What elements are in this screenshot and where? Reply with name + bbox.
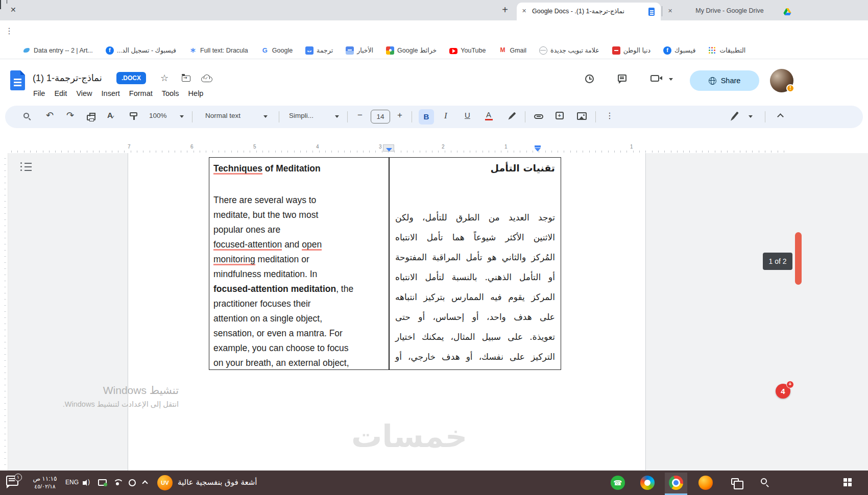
start-button-icon[interactable] [843,478,847,482]
tray-circle-icon[interactable] [129,479,136,486]
pinned-app-icon[interactable] [640,476,655,490]
wifi-icon[interactable] [113,479,123,486]
ruler-tick [746,151,746,153]
tab-close-icon[interactable]: ✕ [668,8,672,14]
underline-button[interactable]: U [465,111,470,119]
google-docs-logo-icon[interactable] [10,70,25,90]
redo-icon[interactable]: ↷ [66,110,74,120]
bookmark-facebook[interactable]: فيسبوك - تسجيل الد... [106,46,176,55]
translation-table[interactable]: Techniques of Meditation There are sever… [209,157,561,370]
weather-uv-label[interactable]: أشعة فوق بنفسجية عالية [178,478,257,487]
cast-screen-icon[interactable] [98,479,107,486]
bookmark-youtube[interactable]: YouTube [449,47,486,54]
menu-file[interactable]: File [29,88,50,99]
chevron-down-icon[interactable] [669,78,673,81]
more-options-icon[interactable]: ⋮ [606,111,614,120]
bookmark-twitter[interactable]: Data entry -- 2 | Art... [22,46,93,55]
hide-menus-icon[interactable] [777,113,784,120]
bookmark-apps[interactable]: التطبيقات [708,46,745,55]
new-tab-button[interactable]: + [498,3,512,17]
indent-marker-icon[interactable] [386,148,392,152]
search-menus-icon[interactable] [23,113,29,118]
bookmark-maps[interactable]: خرائط Google [386,46,437,55]
uv-index-icon[interactable]: UV [157,475,173,490]
menu-view[interactable]: View [71,88,97,99]
menu-insert[interactable]: Insert [97,88,125,99]
chevron-down-icon[interactable] [263,115,268,118]
insert-link-icon[interactable] [534,114,543,119]
text-segment: of Meditation [262,163,321,174]
bookmark-label: فيسبوك - تسجيل الد... [117,46,176,54]
text-line: جزء من جسمك. وبشكل افتراضي فلا [395,367,555,369]
task-view-icon[interactable] [731,478,739,485]
tab-close-icon[interactable]: ✕ [522,8,526,14]
bookmark-google[interactable]: Google [261,46,293,55]
chrome-icon[interactable] [669,476,683,490]
table-cell-english[interactable]: Techniques of Meditation There are sever… [209,158,389,369]
bookmark-translate[interactable]: ترجمة [305,46,333,55]
firefox-icon[interactable] [698,476,713,490]
italic-button[interactable]: I [444,111,447,121]
add-comment-icon[interactable] [556,112,564,119]
bookmark-globe[interactable]: علامة تبويب جديدة [539,46,599,55]
vertical-ruler[interactable] [0,153,8,471]
version-history-icon[interactable] [585,75,594,83]
share-button[interactable]: Share [690,70,759,91]
text-color-button[interactable]: A [486,110,491,119]
spellcheck-icon[interactable]: A [107,111,113,119]
bookmark-asterisk[interactable]: Full text: Dracula [189,46,248,55]
font-select[interactable]: Simpli... [289,112,329,119]
bookmark-facebook[interactable]: فيسبوك [663,46,695,55]
document-outline-button[interactable] [20,161,34,172]
star-document-icon[interactable]: ☆ [160,72,168,83]
meet-camera-icon[interactable] [650,75,659,82]
bookmark-label: Full text: Dracula [200,47,248,54]
language-indicator[interactable]: ENG [65,479,79,486]
menu-help[interactable]: Help [184,88,208,99]
taskbar-search-icon[interactable] [761,478,767,484]
tab-google-docs[interactable]: ✕ نماذج-ترجمة-1 (1). - Google Docs [517,3,661,20]
scrollbar-thumb[interactable] [795,232,802,285]
paint-format-icon[interactable] [130,112,137,116]
highlight-color-icon[interactable] [510,112,516,119]
document-title[interactable]: نماذج-ترجمة-1 (1) [33,72,102,84]
chrome-taskbar-slot[interactable] [665,473,687,495]
indent-marker-icon[interactable] [535,148,541,152]
table-cell-arabic[interactable]: تقنيات التأمل توجد العديد من الطرق للتأم… [390,158,561,369]
window-close-icon[interactable]: ✕ [10,6,16,14]
menu-format[interactable]: Format [125,88,157,99]
move-folder-icon[interactable] [182,76,190,82]
menu-edit[interactable]: Edit [50,88,71,99]
decrease-font-size-button[interactable]: − [357,110,363,120]
bookmark-news[interactable]: الأخبار [346,46,373,55]
whatsapp-icon[interactable]: ☎ [611,476,625,490]
bookmark-gmail[interactable]: Gmail [498,46,526,55]
chevron-down-icon[interactable] [180,115,184,118]
increase-font-size-button[interactable]: + [397,110,402,120]
ruler-tick [4,440,6,440]
bold-button[interactable]: B [419,109,434,125]
zoom-select[interactable]: 100% [149,112,167,119]
undo-icon[interactable]: ↶ [46,110,54,120]
ruler-tick [426,151,426,153]
browser-menu-icon[interactable]: ⋮ [5,26,13,36]
tab-google-drive[interactable]: ✕ My Drive - Google Drive [663,3,797,20]
chevron-down-icon[interactable] [749,115,753,118]
window-restore-icon[interactable] [0,0,1,9]
paragraph-style-select[interactable]: Normal text [205,112,240,119]
volume-icon[interactable]: ) [83,480,91,486]
show-hidden-icons-chevron[interactable] [142,480,148,486]
editing-mode-icon[interactable] [732,112,738,119]
print-icon[interactable] [87,115,95,120]
horizontal-ruler[interactable]: 76543211 [0,143,794,153]
ruler-tick [407,151,407,153]
cloud-status-icon[interactable] [201,77,212,82]
taskbar-clock[interactable]: ١١:١٥ ص ٤٥/٠٢/١٨ [29,475,61,490]
insert-image-icon[interactable] [577,112,587,120]
comments-icon[interactable] [618,75,626,82]
menu-tools[interactable]: Tools [157,88,184,99]
bookmark-donia[interactable]: دنيا الوطن [612,46,650,55]
indent-bar-icon[interactable] [535,145,541,147]
font-size-input[interactable]: 14 [371,110,390,123]
chevron-down-icon[interactable] [335,115,339,118]
